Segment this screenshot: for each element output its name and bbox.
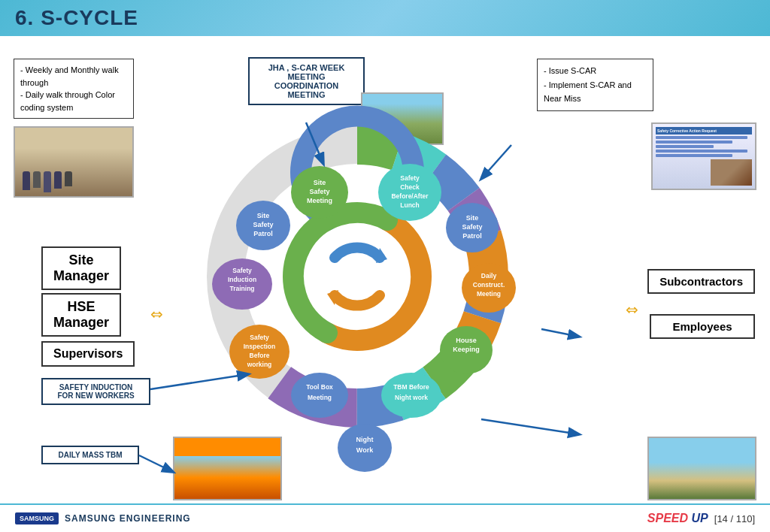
scar-form-photo: Safety Corrective Action Request	[651, 122, 756, 190]
svg-text:House: House	[456, 337, 477, 344]
workers-row	[649, 438, 755, 499]
up-text: UP	[692, 512, 708, 524]
svg-text:Safety: Safety	[232, 267, 252, 274]
figure-2	[33, 171, 41, 188]
svg-line-62	[541, 329, 579, 337]
samsung-engineering-text: SAMSUNG ENGINEERING	[65, 513, 191, 524]
scar-line-5	[656, 154, 732, 157]
svg-text:Safety: Safety	[253, 221, 273, 228]
issue-scar-text: - Issue S-CAR- Implement S-CAR and Near …	[544, 66, 632, 103]
footer-left: SAMSUNG SAMSUNG ENGINEERING	[15, 512, 191, 524]
svg-text:Daily: Daily	[481, 272, 497, 280]
supervisors-label: Supervisors	[53, 347, 123, 360]
weekly-monthly-text: - Weekly and Monthly walk through- Daily…	[20, 65, 119, 112]
scar-line-3	[656, 145, 714, 148]
cycle-diagram: Site Safety Meeting Safety Check Before/…	[188, 81, 526, 479]
speedup-logo: SPEED UP	[647, 512, 708, 525]
scar-line-1	[656, 136, 747, 139]
footer-right: SPEED UP [14 / 110]	[647, 512, 755, 525]
svg-text:Check: Check	[400, 183, 420, 191]
subcontractors-label: Subcontractors	[659, 275, 743, 288]
svg-text:Site: Site	[466, 214, 479, 222]
daily-construct-double-arrow: ⇔	[626, 301, 638, 319]
page-title: 6. S-CYCLE	[15, 6, 138, 30]
svg-text:Construct.: Construct.	[473, 281, 505, 289]
double-arrow-icon: ⇔	[150, 305, 163, 323]
scar-header: Safety Corrective Action Request	[656, 127, 752, 135]
scar-line-4	[656, 150, 747, 153]
scar-form-inner: Safety Corrective Action Request	[653, 124, 755, 189]
svg-text:Work: Work	[356, 446, 374, 454]
safety-induction-label: SAFETY INDUCTIONFOR NEW WORKERS	[57, 383, 134, 400]
samsung-logo: SAMSUNG	[15, 512, 59, 524]
svg-text:Induction: Induction	[228, 276, 256, 283]
scar-line-2	[656, 141, 732, 144]
employees-label: Employees	[672, 320, 732, 333]
photo-inner	[15, 128, 132, 196]
construction-site-photo	[14, 126, 134, 198]
hse-double-arrow: ⇔	[150, 305, 163, 323]
figure-4	[54, 171, 62, 189]
site-manager-label: SiteManager	[53, 252, 109, 283]
svg-text:Keeping: Keeping	[453, 346, 480, 353]
weekly-monthly-box: - Weekly and Monthly walk through- Daily…	[14, 59, 134, 119]
employees-box: Employees	[650, 314, 755, 339]
svg-text:Before/After: Before/After	[391, 192, 429, 200]
svg-text:Lunch: Lunch	[400, 201, 420, 209]
footer: SAMSUNG SAMSUNG ENGINEERING SPEED UP [14…	[0, 503, 770, 532]
svg-text:Before: Before	[250, 352, 270, 359]
speed-text: SPEED	[647, 512, 688, 524]
header: 6. S-CYCLE	[0, 0, 770, 36]
svg-line-61	[139, 455, 173, 472]
page-number: [14 / 110]	[714, 513, 755, 524]
figure-5	[65, 171, 72, 186]
hse-manager-box: HSEManager	[41, 293, 121, 337]
svg-text:Safety: Safety	[400, 174, 420, 182]
svg-text:Training: Training	[229, 285, 254, 292]
subcontractors-box: Subcontractors	[647, 269, 755, 294]
svg-text:Site: Site	[314, 179, 326, 186]
svg-text:TBM Before: TBM Before	[393, 383, 429, 391]
svg-text:Tool Box: Tool Box	[306, 383, 333, 391]
supervisors-box: Supervisors	[41, 341, 135, 367]
svg-text:Safety: Safety	[250, 334, 269, 341]
samsung-logo-text: SAMSUNG	[20, 515, 54, 522]
svg-text:working: working	[247, 361, 272, 368]
daily-housekeeping-photo	[647, 437, 756, 500]
figure-1	[23, 171, 30, 190]
daily-mass-tbm-label: DAILY MASS TBM	[58, 451, 122, 459]
hse-manager-label: HSEManager	[53, 299, 109, 330]
daily-mass-tbm-box: DAILY MASS TBM	[41, 446, 139, 464]
svg-text:Safety: Safety	[462, 223, 482, 231]
main-content: - Weekly and Monthly walk through- Daily…	[0, 36, 770, 532]
figure-3	[44, 171, 51, 192]
safety-induction-box: SAFETY INDUCTIONFOR NEW WORKERS	[41, 378, 150, 405]
svg-text:Meeting: Meeting	[307, 197, 332, 204]
site-manager-box: SiteManager	[41, 246, 121, 290]
svg-text:Patrol: Patrol	[462, 232, 482, 240]
svg-text:Site: Site	[257, 212, 270, 219]
issue-scar-box: - Issue S-CAR- Implement S-CAR and Near …	[537, 59, 653, 111]
svg-text:Safety: Safety	[309, 188, 329, 195]
scar-image-placeholder	[711, 159, 752, 186]
svg-text:Meeting: Meeting	[477, 290, 501, 298]
svg-text:Night work: Night work	[395, 394, 428, 401]
svg-text:Night: Night	[356, 436, 374, 443]
svg-text:Patrol: Patrol	[253, 230, 273, 237]
photo-figures	[23, 171, 72, 192]
double-arrow-right-icon: ⇔	[626, 301, 638, 319]
svg-text:Meeting: Meeting	[308, 394, 332, 401]
svg-text:Inspection: Inspection	[244, 343, 276, 350]
